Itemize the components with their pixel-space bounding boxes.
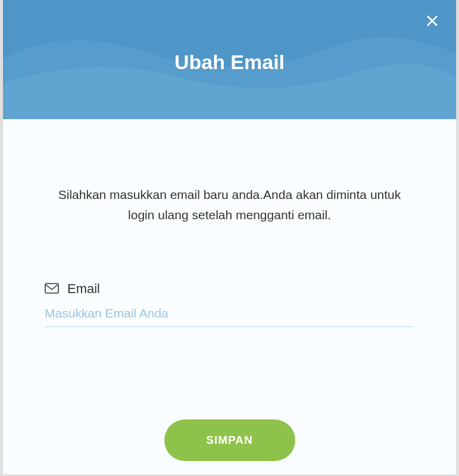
- modal-body: Silahkan masukkan email baru anda.Anda a…: [3, 119, 456, 461]
- email-label-row: Email: [45, 281, 414, 297]
- modal-title: Ubah Email: [3, 51, 456, 74]
- close-icon: [426, 14, 439, 27]
- button-container: SIMPAN: [45, 419, 414, 461]
- change-email-modal: Ubah Email Silahkan masukkan email baru …: [3, 0, 457, 474]
- modal-header: Ubah Email: [3, 0, 456, 119]
- close-button[interactable]: [423, 12, 441, 30]
- svg-rect-0: [45, 284, 58, 293]
- envelope-icon: [45, 283, 59, 295]
- modal-description: Silahkan masukkan email baru anda.Anda a…: [45, 185, 414, 225]
- email-form-group: Email: [45, 281, 414, 327]
- save-button[interactable]: SIMPAN: [164, 419, 295, 461]
- email-input[interactable]: [45, 304, 414, 327]
- email-label: Email: [67, 281, 100, 297]
